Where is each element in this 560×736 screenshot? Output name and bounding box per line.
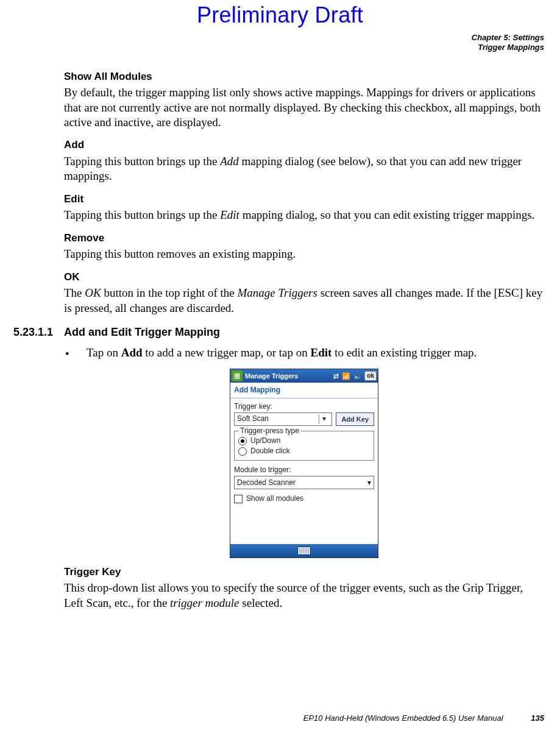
radio-double-click[interactable]: Double click xyxy=(238,447,370,456)
running-head: Chapter 5: Settings Trigger Mappings xyxy=(13,33,547,53)
keyboard-icon[interactable] xyxy=(297,547,311,555)
radio-label-up-down: Up/Down xyxy=(250,436,280,445)
text: to edit an existing trigger map. xyxy=(331,346,477,359)
label-module-to-trigger: Module to trigger: xyxy=(234,465,374,475)
heading-remove: Remove xyxy=(64,232,544,245)
text: This drop-down list allows you to specif… xyxy=(64,581,523,609)
bold-add: Add xyxy=(121,346,143,359)
footer-text: EP10 Hand-Held (Windows Embedded 6.5) Us… xyxy=(303,713,503,723)
content: Show All Modules By default, the trigger… xyxy=(13,70,547,610)
para-remove: Tapping this button removes an existing … xyxy=(64,247,544,261)
trigger-key-select[interactable]: Soft Scan ▾ xyxy=(234,412,332,426)
heading-trigger-key: Trigger Key xyxy=(64,565,544,579)
connectivity-icon[interactable]: ⇄ xyxy=(333,372,339,380)
start-icon[interactable]: ⊞ xyxy=(232,370,243,381)
text: button in the top right of the xyxy=(101,286,238,299)
text: The xyxy=(64,286,85,299)
watermark: Preliminary Draft xyxy=(13,0,547,28)
checkbox-label-show-all-modules: Show all modules xyxy=(246,494,303,503)
text: Tapping this button brings up the xyxy=(64,155,220,168)
text: selected. xyxy=(239,596,283,609)
page-number: 135 xyxy=(531,713,544,723)
legend-trigger-press-type: Trigger-press type xyxy=(238,426,301,436)
heading-ok: OK xyxy=(64,271,544,284)
module-value: Decoded Scanner xyxy=(237,478,296,487)
dialog-body: Add Mapping Trigger key: Soft Scan ▾ Add… xyxy=(230,383,378,543)
italic-trigger-module: trigger module xyxy=(170,596,239,609)
running-head-line1: Chapter 5: Settings xyxy=(13,33,544,43)
italic-add: Add xyxy=(220,155,239,168)
footer: EP10 Hand-Held (Windows Embedded 6.5) Us… xyxy=(303,713,544,723)
para-show-all-modules: By default, the trigger mapping list onl… xyxy=(64,85,544,130)
checkbox-icon xyxy=(234,495,243,503)
module-select[interactable]: Decoded Scanner ▾ xyxy=(234,476,374,489)
running-head-line2: Trigger Mappings xyxy=(13,43,544,52)
radio-up-down[interactable]: Up/Down xyxy=(238,436,370,445)
bullet-add-edit: • Tap on Add to add a new trigger map, o… xyxy=(64,345,544,360)
text: mapping dialog, so that you can edit exi… xyxy=(239,208,534,221)
para-add: Tapping this button brings up the Add ma… xyxy=(64,154,544,184)
text: Tapping this button brings up the xyxy=(64,208,220,221)
section-number: 5.23.1.1 xyxy=(13,325,64,339)
trigger-key-value: Soft Scan xyxy=(237,414,269,423)
ok-button[interactable]: ok xyxy=(364,371,377,381)
chevron-down-icon: ▾ xyxy=(319,414,329,424)
volume-icon[interactable]: 🔈 xyxy=(353,372,362,380)
label-trigger-key: Trigger key: xyxy=(234,402,374,411)
chevron-down-icon: ▾ xyxy=(367,478,371,487)
para-edit: Tapping this button brings up the Edit m… xyxy=(64,208,544,222)
status-icons: ⇄ 📶 🔈 xyxy=(333,372,362,380)
signal-icon[interactable]: 📶 xyxy=(342,372,350,380)
titlebar: ⊞ Manage Triggers ⇄ 📶 🔈 ok xyxy=(230,369,378,383)
page: Preliminary Draft Chapter 5: Settings Tr… xyxy=(0,0,560,736)
window-title: Manage Triggers xyxy=(245,372,298,380)
radio-label-double-click: Double click xyxy=(250,447,290,456)
italic-edit: Edit xyxy=(220,208,239,221)
bold-edit: Edit xyxy=(311,346,332,359)
italic-manage-triggers: Manage Triggers xyxy=(237,286,317,299)
italic-ok: OK xyxy=(85,286,101,299)
trigger-press-type-group: Trigger-press type Up/Down Double click xyxy=(234,431,374,461)
radio-icon xyxy=(238,447,247,456)
heading-add: Add xyxy=(64,138,544,152)
text: Tap on xyxy=(87,346,121,359)
form: Trigger key: Soft Scan ▾ Add Key Trigger… xyxy=(230,398,378,544)
bullet-dot-icon: • xyxy=(65,347,69,361)
heading-add-edit-trigger-mapping: 5.23.1.1Add and Edit Trigger Mapping xyxy=(13,325,544,339)
para-ok: The OK button in the top right of the Ma… xyxy=(64,286,544,316)
text: to add a new trigger map, or tap on xyxy=(143,346,311,359)
radio-icon xyxy=(238,437,247,445)
blank-area xyxy=(234,505,374,542)
show-all-modules-checkbox[interactable]: Show all modules xyxy=(234,494,374,503)
heading-edit: Edit xyxy=(64,193,544,206)
bottom-bar xyxy=(230,544,378,557)
section-title: Add and Edit Trigger Mapping xyxy=(64,326,220,338)
heading-show-all-modules: Show All Modules xyxy=(64,70,544,83)
embedded-screenshot: ⊞ Manage Triggers ⇄ 📶 🔈 ok Add Mapping T… xyxy=(230,369,378,557)
tab-add-mapping[interactable]: Add Mapping xyxy=(230,383,378,398)
add-key-button[interactable]: Add Key xyxy=(336,412,374,426)
para-trigger-key: This drop-down list allows you to specif… xyxy=(64,581,544,610)
